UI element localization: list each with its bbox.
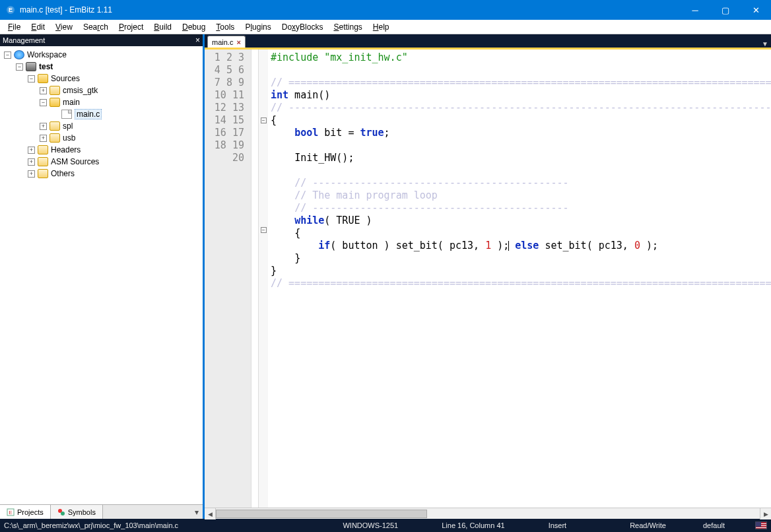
status-readwrite: Read/Write (630, 521, 666, 529)
tree-expander[interactable]: − (4, 51, 11, 59)
editor-tabs-dropdown[interactable]: ▼ (759, 40, 771, 48)
app-icon: E (5, 5, 16, 15)
tree-expander[interactable]: − (28, 75, 35, 83)
tree-workspace[interactable]: Workspace (27, 50, 67, 59)
menu-plugins[interactable]: Plugins (240, 21, 276, 33)
code-editor[interactable]: #include "mx_init_hw.c" // =============… (268, 50, 771, 508)
tree-asm[interactable]: ASM Sources (51, 157, 99, 166)
fold-toggle[interactable]: − (261, 117, 267, 123)
tree-expander[interactable]: + (40, 123, 47, 130)
menu-search[interactable]: Search (78, 21, 114, 33)
change-marker-gutter (251, 50, 259, 508)
status-insert-mode: Insert (549, 521, 567, 529)
tab-symbols[interactable]: Symbols (51, 505, 103, 519)
tree-expander[interactable]: + (28, 170, 35, 178)
scroll-left-icon[interactable]: ◀ (205, 508, 216, 519)
tree-main-folder[interactable]: main (63, 98, 80, 107)
projects-icon: E (7, 508, 15, 516)
tree-expander[interactable]: − (16, 63, 23, 71)
svg-text:E: E (9, 510, 12, 515)
window-maximize-button[interactable]: ▢ (710, 0, 741, 20)
panel-title: Management (3, 36, 45, 44)
tree-others[interactable]: Others (51, 169, 75, 178)
tab-projects[interactable]: E Projects (0, 505, 51, 519)
svg-point-5 (61, 512, 65, 515)
tree-usb[interactable]: usb (63, 133, 75, 143)
tree-expander[interactable]: + (28, 158, 35, 166)
panel-header: Management × (0, 34, 203, 46)
tree-sources[interactable]: Sources (51, 74, 80, 83)
tree-expander[interactable]: + (28, 147, 35, 154)
window-minimize-button[interactable]: ─ (680, 0, 710, 20)
tab-projects-label: Projects (17, 508, 44, 516)
editor-tab-label: main.c (212, 38, 233, 46)
window-titlebar: E main.c [test] - EmBitz 1.11 ─ ▢ ✕ (0, 0, 771, 20)
menu-debug[interactable]: Debug (177, 21, 211, 33)
tab-close-icon[interactable]: × (236, 38, 240, 46)
menu-help[interactable]: Help (368, 21, 395, 33)
menu-tools[interactable]: Tools (211, 21, 240, 33)
window-title: main.c [test] - EmBitz 1.11 (20, 5, 680, 15)
folder-icon (50, 98, 60, 107)
editor-tabs: main.c × ▼ (205, 34, 771, 48)
tree-headers[interactable]: Headers (51, 145, 81, 154)
menu-file[interactable]: File (3, 21, 26, 33)
folder-icon (50, 121, 60, 131)
status-profile: default (703, 521, 725, 529)
menu-settings[interactable]: Settings (328, 21, 367, 33)
menu-edit[interactable]: Edit (26, 21, 50, 33)
status-cursor-pos: Line 16, Column 41 (442, 521, 504, 529)
window-close-button[interactable]: ✕ (741, 0, 771, 20)
side-tabs-dropdown[interactable]: ▾ (191, 505, 203, 519)
folder-icon (50, 133, 60, 143)
language-flag-icon[interactable] (755, 521, 767, 529)
editor-tab-main-c[interactable]: main.c × (207, 36, 246, 48)
horizontal-scrollbar[interactable]: ◀ ▶ (205, 508, 771, 519)
svg-text:E: E (9, 7, 13, 13)
fold-toggle[interactable]: − (261, 227, 267, 233)
fold-gutter: − − (259, 50, 268, 508)
folder-icon (50, 86, 60, 95)
status-encoding: WINDOWS-1251 (343, 521, 398, 529)
folder-icon (38, 74, 48, 83)
project-tree[interactable]: −Workspace −test −Sources +cmsis_gtk −ma… (0, 46, 203, 504)
file-icon (61, 110, 72, 119)
folder-icon (38, 169, 48, 178)
tree-expander[interactable]: − (40, 99, 47, 106)
editor-area: main.c × ▼ 1 2 3 4 5 6 7 8 9 10 11 12 13… (205, 34, 771, 519)
status-bar: C:\s\_arm\_beremiz\wx\_prj\mioc_fw_103\m… (0, 519, 771, 532)
menu-project[interactable]: Project (114, 21, 149, 33)
tree-project[interactable]: test (39, 62, 53, 71)
management-panel: Management × −Workspace −test −Sources +… (0, 34, 205, 519)
menu-view[interactable]: View (50, 21, 78, 33)
panel-close-icon[interactable]: × (195, 36, 200, 45)
folder-icon (38, 157, 48, 166)
scroll-right-icon[interactable]: ▶ (760, 508, 771, 519)
scrollbar-thumb[interactable] (216, 510, 427, 518)
folder-icon (38, 145, 48, 154)
menu-bar: File Edit View Search Project Build Debu… (0, 20, 771, 34)
menu-build[interactable]: Build (149, 21, 177, 33)
tab-symbols-label: Symbols (68, 508, 96, 516)
status-filepath: C:\s\_arm\_beremiz\wx\_prj\mioc_fw_103\m… (4, 521, 178, 529)
tree-cmsis[interactable]: cmsis_gtk (63, 86, 98, 95)
menu-doxyblocks[interactable]: DoxyBlocks (277, 21, 329, 33)
line-number-gutter: 1 2 3 4 5 6 7 8 9 10 11 12 13 14 15 16 1… (205, 50, 251, 508)
tree-spl[interactable]: spl (63, 121, 73, 131)
symbols-icon (57, 508, 65, 516)
tree-expander[interactable]: + (40, 135, 47, 142)
side-tabs: E Projects Symbols ▾ (0, 504, 203, 519)
project-icon (26, 62, 36, 71)
tree-main-c[interactable]: main.c (75, 109, 102, 119)
tree-expander[interactable]: + (40, 87, 47, 94)
workspace-icon (14, 50, 24, 59)
